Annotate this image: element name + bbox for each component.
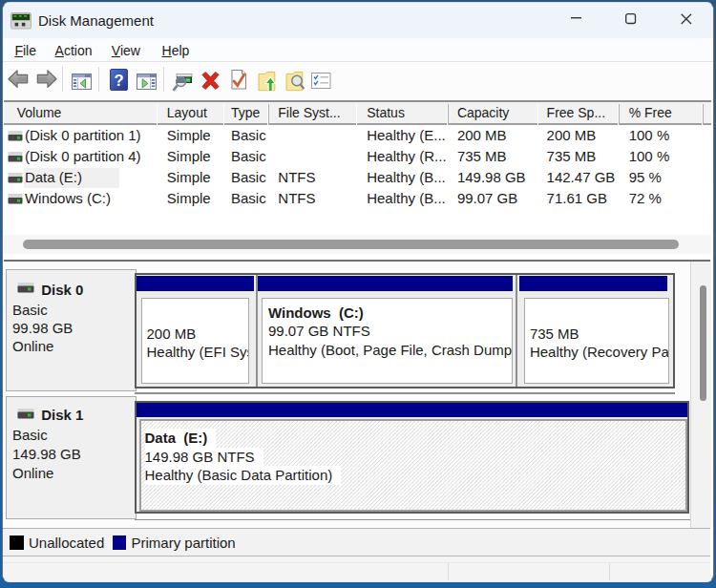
svg-text:?: ? [114, 72, 123, 89]
